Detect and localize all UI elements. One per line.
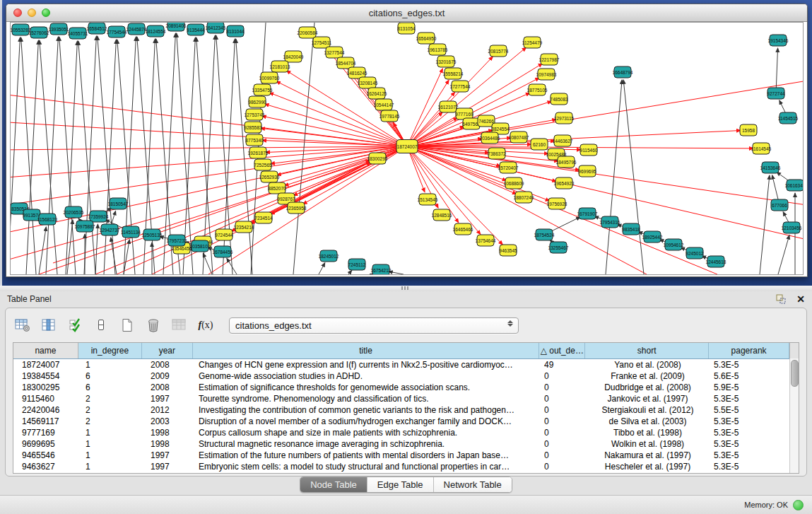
graph-node[interactable]: 11254479 — [522, 37, 543, 48]
graph-node[interactable]: 16791907 — [577, 208, 598, 219]
graph-node[interactable]: 9862990 — [248, 96, 266, 107]
column-header-2[interactable]: year — [142, 343, 193, 358]
graph-node[interactable]: 13754644 — [476, 235, 496, 246]
column-header-5[interactable]: short — [585, 343, 709, 358]
graph-edge[interactable] — [98, 36, 115, 274]
graph-node[interactable]: 18754524 — [534, 229, 555, 240]
graph-node[interactable]: 18245012 — [319, 250, 339, 262]
graph-node[interactable]: 12848516 — [432, 209, 452, 221]
graph-node[interactable]: 13208145 — [358, 77, 378, 88]
graph-node[interactable]: 9272744 — [767, 88, 785, 99]
graph-node[interactable]: 8131044 — [226, 25, 245, 37]
graph-node[interactable]: 12753745 — [245, 109, 265, 120]
graph-edge[interactable] — [104, 40, 116, 274]
graph-node[interactable]: 9245012 — [686, 247, 704, 259]
graph-node[interactable]: 18124554 — [146, 25, 166, 37]
graph-edge[interactable] — [776, 48, 778, 93]
graph-node[interactable]: 14463627 — [553, 135, 573, 146]
select-rows-icon[interactable] — [66, 317, 83, 334]
table-row[interactable]: 969969511998Structural magnetic resonanc… — [13, 438, 799, 450]
table-options-icon[interactable] — [14, 317, 31, 334]
graph-node[interactable]: 20206535 — [64, 206, 84, 218]
tab-network-table[interactable]: Network Table — [434, 477, 512, 492]
graph-node[interactable]: 12973115 — [554, 112, 575, 124]
graph-node[interactable]: 10974983 — [536, 69, 557, 80]
graph-node[interactable]: 10616345 — [785, 180, 803, 191]
graph-node[interactable]: 16412345 — [206, 23, 226, 33]
table-row[interactable]: 2242004622012Investigating the contribut… — [13, 404, 799, 416]
network-view-canvas[interactable]: 1872400718300295184200491218101310099760… — [10, 22, 804, 275]
graph-edge[interactable] — [407, 80, 449, 146]
graph-node[interactable]: 17754544 — [107, 26, 127, 37]
table-row[interactable]: 946554611997Estimation of the future num… — [13, 450, 799, 461]
graph-node[interactable]: 9699695 — [578, 165, 596, 177]
network-window-titlebar[interactable]: citations_edges.txt — [6, 4, 807, 22]
graph-node[interactable]: 9835418 — [622, 223, 640, 235]
scrollbar-thumb[interactable] — [791, 360, 799, 387]
graph-node[interactable]: 7245112 — [348, 259, 366, 270]
column-header-4[interactable]: △ out_de… — [539, 343, 585, 358]
graph-node[interactable]: 62160 — [531, 139, 548, 150]
graph-node[interactable]: 10954612 — [664, 239, 684, 250]
graph-node[interactable]: 12445618 — [706, 256, 726, 267]
graph-node[interactable]: 12365958 — [286, 202, 307, 214]
graph-node[interactable]: 11568123 — [37, 214, 58, 225]
graph-node[interactable]: 9285583 — [244, 122, 262, 133]
graph-node[interactable]: 10358107 — [190, 240, 211, 252]
graph-edge[interactable] — [26, 40, 38, 274]
graph-edge[interactable] — [208, 146, 407, 274]
graph-node[interactable]: 15720407 — [498, 162, 519, 173]
graph-node[interactable]: 17957233 — [167, 235, 187, 246]
create-column-icon[interactable] — [119, 317, 136, 334]
table-row[interactable]: 911546021997Tourette syndrome. Phenomeno… — [13, 393, 799, 404]
graph-node[interactable]: 19261875 — [248, 147, 269, 158]
graph-node[interactable]: 7485083 — [550, 93, 568, 105]
table-row[interactable]: 946362711997Embryonic stem cells: a mode… — [13, 461, 799, 472]
graph-node[interactable]: 18775105 — [527, 84, 548, 95]
graph-node[interactable]: 10975887 — [75, 221, 95, 232]
column-header-1[interactable]: in_degree — [78, 343, 142, 358]
graph-edge[interactable] — [21, 37, 36, 274]
graph-edge[interactable] — [303, 146, 407, 204]
graph-node[interactable]: 20891406 — [166, 23, 187, 31]
column-header-3[interactable]: title — [193, 343, 540, 358]
graph-node[interactable]: 14153646 — [760, 162, 781, 173]
graph-node[interactable]: 8852070 — [268, 182, 286, 194]
graph-edge[interactable] — [11, 93, 407, 146]
graph-node[interactable]: 12505135 — [142, 229, 163, 240]
graph-node[interactable]: 12652930 — [259, 171, 280, 182]
float-panel-icon[interactable] — [775, 294, 787, 304]
graph-node[interactable]: 19756928 — [547, 198, 567, 209]
graph-node[interactable]: 13201675 — [436, 56, 457, 67]
graph-node[interactable]: 18495796 — [556, 156, 577, 168]
graph-node[interactable]: 16564950 — [416, 33, 437, 44]
graph-node[interactable]: 19154346 — [768, 35, 789, 46]
graph-edge[interactable] — [778, 235, 789, 274]
graph-node[interactable]: 10553287 — [11, 24, 31, 35]
graph-node[interactable]: 9463545 — [499, 245, 517, 256]
graph-node[interactable]: 18807249 — [514, 192, 534, 203]
graph-edge[interactable] — [46, 37, 58, 274]
graph-node[interactable]: 18150547 — [108, 198, 129, 209]
graph-node[interactable]: 16584512 — [87, 23, 107, 34]
graph-node[interactable]: 18925442 — [642, 231, 663, 243]
zoom-window-button[interactable] — [42, 8, 50, 17]
graph-edge[interactable] — [11, 146, 407, 150]
graph-node[interactable]: 11451134 — [121, 226, 141, 238]
graph-node[interactable]: 16648794 — [613, 66, 633, 78]
graph-node[interactable]: 18300295 — [367, 153, 388, 164]
show-columns-icon[interactable] — [40, 317, 57, 334]
graph-node[interactable]: 15558214 — [443, 68, 464, 79]
column-header-6[interactable]: pagerank — [709, 343, 789, 358]
close-window-button[interactable] — [13, 8, 22, 17]
graph-node[interactable]: 7386372 — [488, 148, 506, 159]
row-height-icon[interactable] — [93, 317, 110, 334]
graph-node[interactable]: 12942737 — [100, 224, 120, 235]
table-row[interactable]: 977716911998Corpus callosum shape and si… — [13, 427, 799, 438]
graph-edge[interactable] — [84, 36, 96, 274]
graph-node[interactable]: 20815774 — [488, 45, 509, 57]
tab-node-table[interactable]: Node Table — [300, 477, 367, 492]
graph-edge[interactable] — [284, 146, 407, 186]
function-builder-icon[interactable]: f(x) — [197, 317, 214, 334]
graph-node[interactable]: 18724007 — [396, 140, 418, 153]
